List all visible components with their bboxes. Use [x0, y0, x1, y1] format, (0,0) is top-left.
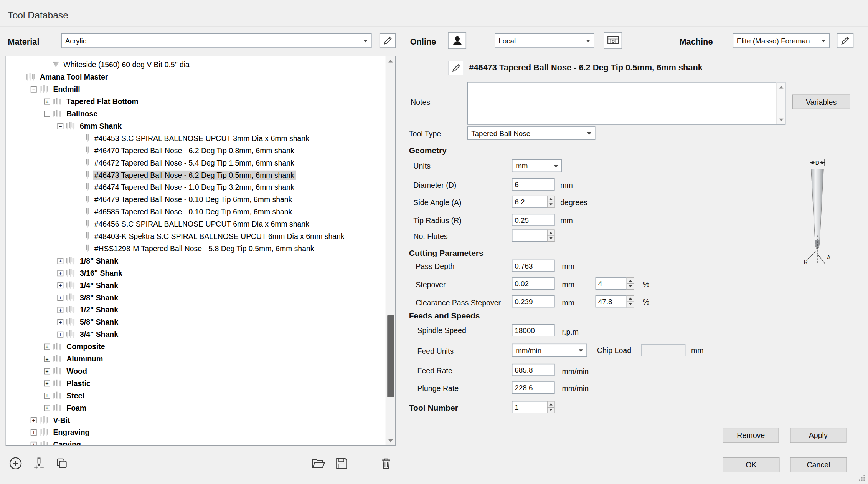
stepover-input[interactable]: [512, 277, 555, 290]
expand-icon[interactable]: +: [57, 282, 63, 288]
tree-item[interactable]: +1/4" Shank: [6, 279, 386, 291]
spin-up-icon[interactable]: [627, 277, 634, 284]
tree-item-label[interactable]: 1/8" Shank: [78, 256, 120, 265]
notes-scrollbar[interactable]: [776, 83, 785, 124]
tree-item[interactable]: +3/16" Shank: [6, 267, 386, 279]
tree-item[interactable]: +Composite: [6, 340, 386, 353]
expand-icon[interactable]: +: [44, 368, 50, 374]
variables-button[interactable]: Variables: [792, 95, 850, 109]
stepover-percent-input[interactable]: [596, 277, 627, 290]
tree-item[interactable]: #46473 Tapered Ball Nose - 6.2 Deg Tip 0…: [6, 169, 386, 181]
copy-tool-button[interactable]: [54, 456, 69, 471]
tree-item-label[interactable]: Engraving: [51, 428, 91, 437]
tree-item[interactable]: +Steel: [6, 390, 386, 402]
collapse-icon[interactable]: −: [31, 86, 37, 92]
tree-item-label[interactable]: 5/8" Shank: [78, 317, 120, 327]
export-tools-button[interactable]: [334, 456, 349, 471]
tree-item-label[interactable]: 6mm Shank: [78, 121, 124, 131]
import-tools-button[interactable]: [311, 456, 326, 471]
expand-icon[interactable]: +: [44, 393, 50, 399]
tree-item-label[interactable]: Amana Tool Master: [38, 72, 109, 82]
tree-item[interactable]: +3/8" Shank: [6, 291, 386, 303]
spin-up-icon[interactable]: [547, 196, 554, 202]
num-flutes-input[interactable]: [512, 229, 548, 242]
tree-item[interactable]: +Carving: [6, 438, 386, 445]
scroll-down-icon[interactable]: [386, 436, 395, 445]
collapse-icon[interactable]: −: [57, 123, 63, 129]
expand-icon[interactable]: +: [44, 356, 50, 362]
scroll-up-icon[interactable]: [777, 83, 785, 91]
spin-down-icon[interactable]: [547, 408, 554, 413]
tree-item-label[interactable]: 1/2" Shank: [78, 305, 120, 315]
expand-icon[interactable]: +: [44, 98, 50, 104]
tree-item[interactable]: +1/8" Shank: [6, 255, 386, 267]
expand-icon[interactable]: +: [31, 417, 37, 423]
tree-item[interactable]: #46470 Tapered Ball Nose - 6.2 Deg Tip 0…: [6, 144, 386, 157]
spin-up-icon[interactable]: [547, 401, 554, 408]
tree-item[interactable]: −Endmill: [6, 83, 386, 95]
tree-item[interactable]: #46474 Tapered Ball Nose - 1.0 Deg Tip 3…: [6, 181, 386, 193]
tree-item[interactable]: +Aluminum: [6, 353, 386, 365]
expand-icon[interactable]: +: [57, 294, 63, 300]
feed-units-select[interactable]: mm/min: [512, 344, 587, 357]
tree-item[interactable]: −6mm Shank: [6, 120, 386, 132]
expand-icon[interactable]: +: [44, 380, 50, 386]
chip-load-input[interactable]: [641, 344, 685, 356]
tree-item-label[interactable]: Carving: [51, 440, 83, 445]
tree-item-label[interactable]: #48403-K Spektra S.C SPIRAL BALLNOSE UPC…: [92, 231, 346, 241]
edit-tool-name-button[interactable]: [449, 61, 464, 75]
tree-item[interactable]: +Wood: [6, 365, 386, 377]
tree-item[interactable]: +1/2" Shank: [6, 303, 386, 316]
tree-item-label[interactable]: Steel: [65, 391, 86, 400]
tool-number-stepper[interactable]: [547, 401, 554, 413]
cancel-button[interactable]: Cancel: [790, 457, 847, 472]
expand-icon[interactable]: +: [31, 429, 37, 435]
spin-down-icon[interactable]: [547, 236, 554, 242]
tree-item-label[interactable]: 1/4" Shank: [78, 280, 120, 290]
clearance-percent-stepper[interactable]: [627, 295, 634, 308]
tree-item-label[interactable]: V-Bit: [51, 415, 72, 425]
spindle-speed-input[interactable]: [512, 324, 555, 336]
tree-item-label[interactable]: Plastic: [65, 378, 92, 388]
expand-icon[interactable]: +: [57, 258, 63, 264]
tree-item[interactable]: #46585 Tapered Ball Nose - 0.10 Deg Tip …: [6, 206, 386, 218]
tree-item-label[interactable]: #46474 Tapered Ball Nose - 1.0 Deg Tip 3…: [92, 182, 296, 192]
spin-down-icon[interactable]: [547, 202, 554, 208]
new-tool-group-button[interactable]: [32, 456, 46, 471]
tree-item-label[interactable]: Ballnose: [65, 109, 99, 118]
tree-item-label[interactable]: Aluminum: [65, 354, 105, 363]
scroll-down-icon[interactable]: [777, 115, 785, 124]
tree-item-label[interactable]: Endmill: [51, 85, 82, 94]
num-flutes-stepper[interactable]: [547, 229, 554, 242]
tree-scrollbar[interactable]: [386, 56, 395, 445]
notes-field[interactable]: [467, 82, 785, 125]
tree-item-label[interactable]: #46585 Tapered Ball Nose - 0.10 Deg Tip …: [92, 207, 294, 217]
tree-item[interactable]: +5/8" Shank: [6, 316, 386, 328]
tree-item-label[interactable]: 3/4" Shank: [78, 330, 120, 339]
new-tool-button[interactable]: [8, 456, 23, 471]
tree-item-label[interactable]: #46473 Tapered Ball Nose - 6.2 Deg Tip 0…: [92, 170, 296, 180]
tree-item[interactable]: +V-Bit: [6, 414, 386, 426]
tree-item[interactable]: Amana Tool Master: [6, 71, 386, 83]
expand-icon[interactable]: +: [44, 343, 50, 350]
machine-select[interactable]: Elite (Masso) Foreman: [733, 33, 830, 48]
expand-icon[interactable]: +: [57, 270, 63, 276]
side-angle-stepper[interactable]: [547, 196, 554, 208]
plunge-rate-input[interactable]: [512, 381, 555, 394]
feed-rate-input[interactable]: [512, 364, 555, 376]
online-tools-button[interactable]: [448, 32, 466, 49]
scrollbar-thumb[interactable]: [387, 315, 394, 397]
stepover-percent-stepper[interactable]: [627, 277, 634, 290]
tree-item-label[interactable]: #46453 S.C SPIRAL BALLNOSE UPCUT 3mm Dia…: [92, 133, 311, 143]
material-select[interactable]: Acrylic: [61, 33, 372, 48]
spin-down-icon[interactable]: [627, 302, 634, 307]
expand-icon[interactable]: +: [57, 319, 63, 325]
apply-button[interactable]: Apply: [790, 428, 846, 443]
tree-item-label[interactable]: Wood: [65, 366, 89, 376]
tree-item[interactable]: +Foam: [6, 401, 386, 414]
tree-item[interactable]: #HSS1298-M Tapered Ball Nose - 5.8 Deg T…: [6, 242, 386, 255]
tree-item[interactable]: #48403-K Spektra S.C SPIRAL BALLNOSE UPC…: [6, 230, 386, 242]
tree-item[interactable]: #46456 S.C SPIRAL BALLNOSE UPCUT 6mm Dia…: [6, 218, 386, 230]
tree-item[interactable]: −Ballnose: [6, 108, 386, 120]
tree-item-label[interactable]: Composite: [65, 342, 107, 351]
